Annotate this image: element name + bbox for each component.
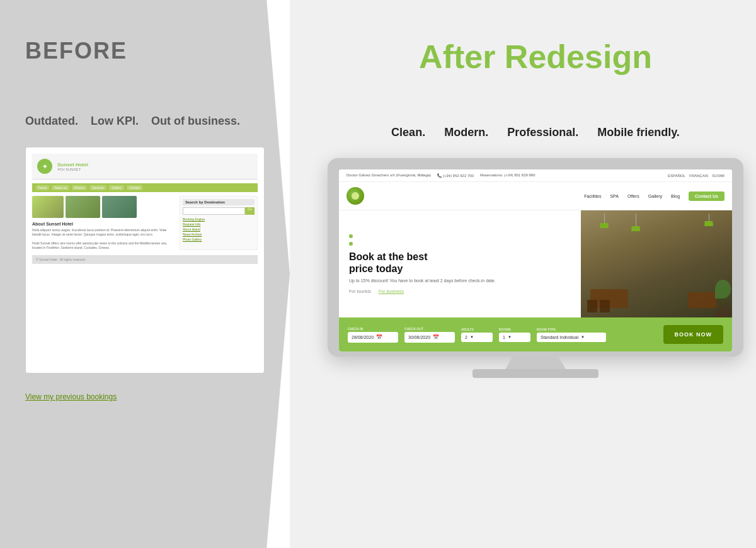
before-panel: BEFORE Outdated. Low KPI. Out of busines…	[0, 0, 290, 548]
old-site-name: Sunset Hotel	[57, 162, 88, 168]
after-label-clean: Clean.	[391, 126, 425, 139]
old-img-1	[32, 196, 64, 218]
before-label-outdated: Outdated.	[25, 115, 78, 128]
hero-headline: Book at the best price today	[349, 251, 571, 275]
old-nav-contact[interactable]: Contact	[127, 185, 142, 190]
room-type-value: Standard Individual	[541, 335, 578, 340]
new-logo-inner	[352, 192, 359, 200]
before-label-business: Out of business.	[151, 115, 240, 128]
hero-links: For tourists For business	[349, 289, 571, 294]
old-img-3	[102, 196, 137, 218]
new-languages: ESPAÑOL FRANÇAIS SUOMI	[668, 174, 724, 178]
old-site-title-block: Sunset Hotel 4TH SUNSET	[57, 162, 88, 171]
new-nav-gallery[interactable]: Gallery	[648, 194, 662, 198]
old-about-title: About Sunset Hotel	[32, 222, 176, 226]
new-nav-facilities[interactable]: Facilities	[584, 194, 601, 198]
view-bookings-link[interactable]: View my previous bookings	[25, 392, 117, 401]
hero-headline-1: Book at the best	[349, 251, 427, 262]
adults-chevron-icon: ▼	[470, 335, 474, 339]
old-sidebar-links: Booking Engine Request Info About Island…	[183, 217, 255, 241]
old-nav-home[interactable]: Home	[36, 185, 49, 190]
new-phone: 📞 (+34) 952 922 700	[437, 173, 474, 178]
old-link-1[interactable]: Booking Engine	[183, 217, 255, 221]
old-about-text: Nulla aliquam luctus augue, id pulvinar …	[32, 228, 176, 250]
after-title: After Redesign	[419, 38, 652, 76]
old-link-3[interactable]: About Island	[183, 227, 255, 231]
old-main-content: About Sunset Hotel Nulla aliquam luctus …	[32, 196, 176, 250]
monitor-wrapper: Doctor Gálvez Ginachero s/n (Fuengirola,…	[328, 158, 743, 378]
old-logo: ✦	[37, 159, 52, 174]
rooms-field: ROOMS 1 ▼	[499, 328, 530, 342]
adults-select[interactable]: 2 ▼	[461, 333, 493, 342]
booking-bar: CHECK-IN 28/08/2020 📅 CHECK-OUT 30/08/20…	[339, 317, 732, 351]
adults-value: 2	[465, 335, 467, 340]
rooms-label: ROOMS	[499, 328, 530, 331]
new-nav-blog[interactable]: Blog	[671, 194, 680, 198]
new-navbar: Facilities SPA Offers Gallery Blog Conta…	[339, 182, 732, 210]
hero-dot-2	[349, 242, 353, 246]
room-type-label: ROOM TYPE	[537, 328, 606, 331]
hero-subtext: Up to 15% discount! You have to book at …	[349, 278, 571, 283]
monitor-neck	[498, 357, 573, 369]
monitor-frame: Doctor Gálvez Ginachero s/n (Fuengirola,…	[328, 158, 743, 357]
new-nav-offers[interactable]: Offers	[627, 194, 639, 198]
hero-dot-1	[349, 234, 353, 238]
old-link-5[interactable]: Photo Gallery	[183, 237, 255, 241]
book-now-button[interactable]: BOOK NOW	[663, 325, 724, 344]
rooms-chevron-icon: ▼	[508, 335, 512, 339]
old-nav-rooms[interactable]: Rooms	[72, 185, 87, 190]
rooms-value: 1	[503, 335, 505, 340]
new-nav-contact-btn[interactable]: Contact Us	[689, 191, 724, 201]
old-img-2	[66, 196, 100, 218]
old-site-nav: Home About us Rooms Services Gallery Con…	[32, 183, 258, 192]
new-logo	[346, 187, 364, 205]
old-site-body: About Sunset Hotel Nulla aliquam luctus …	[32, 196, 258, 250]
old-nav-about[interactable]: About us	[52, 185, 69, 190]
after-panel: After Redesign Clean. Modern. Profession…	[290, 0, 756, 548]
checkin-label: CHECK-IN	[348, 327, 398, 331]
before-screenshot: ✦ Sunset Hotel 4TH SUNSET Home About us …	[25, 147, 265, 374]
old-nav-gallery[interactable]: Gallery	[109, 185, 124, 190]
checkin-value: 28/08/2020	[352, 335, 374, 340]
room-type-select[interactable]: Standard Individual ▼	[537, 333, 606, 342]
old-nav-services[interactable]: Services	[89, 185, 106, 190]
new-topbar: Doctor Gálvez Ginachero s/n (Fuengirola,…	[339, 169, 732, 182]
before-label-kpi: Low KPI.	[91, 115, 139, 128]
rooms-select[interactable]: 1 ▼	[499, 333, 530, 342]
old-site-sub: 4TH SUNSET	[57, 168, 88, 171]
checkout-input[interactable]: 30/08/2020 📅	[404, 332, 455, 343]
lang-es[interactable]: ESPAÑOL	[668, 174, 685, 178]
old-site-header: ✦ Sunset Hotel 4TH SUNSET	[32, 154, 258, 180]
adults-label: ADULTS	[461, 328, 493, 331]
after-label-mobile: Mobile friendly.	[597, 126, 680, 139]
checkout-value: 30/08/2020	[408, 335, 430, 340]
lang-fr[interactable]: FRANÇAIS	[689, 174, 708, 178]
after-label-modern: Modern.	[444, 126, 488, 139]
old-sidebar: Search by Destination Go Booking Engine …	[180, 196, 258, 250]
hero-image-overlay	[581, 210, 732, 317]
hero-link-business[interactable]: For business	[379, 289, 404, 294]
hero-left: Book at the best price today Up to 15% d…	[339, 210, 581, 317]
checkin-field: CHECK-IN 28/08/2020 📅	[348, 327, 398, 343]
monitor-base	[472, 369, 598, 378]
checkout-calendar-icon: 📅	[433, 334, 439, 340]
hero-dots	[349, 234, 571, 246]
new-reservations: Reservations: (+34) 951 829 890	[480, 173, 536, 178]
old-search-input[interactable]	[183, 207, 245, 215]
hero-link-tourists[interactable]: For tourists	[349, 289, 371, 294]
new-nav-spa[interactable]: SPA	[610, 194, 619, 198]
after-labels: Clean. Modern. Professional. Mobile frie…	[391, 126, 680, 139]
checkin-calendar-icon: 📅	[376, 334, 382, 340]
old-images-row	[32, 196, 176, 218]
room-type-field: ROOM TYPE Standard Individual ▼	[537, 328, 606, 342]
old-sidebar-label: Search by Destination	[183, 199, 255, 205]
lang-fi[interactable]: SUOMI	[712, 174, 724, 178]
checkin-input[interactable]: 28/08/2020 📅	[348, 332, 398, 343]
old-link-4[interactable]: News Archive	[183, 232, 255, 236]
old-search-box: Go	[183, 207, 255, 215]
old-search-btn[interactable]: Go	[245, 207, 255, 215]
old-link-2[interactable]: Request Info	[183, 222, 255, 226]
new-contact-info: Doctor Gálvez Ginachero s/n (Fuengirola,…	[346, 173, 536, 178]
adults-field: ADULTS 2 ▼	[461, 328, 493, 342]
hero-image	[581, 210, 732, 317]
